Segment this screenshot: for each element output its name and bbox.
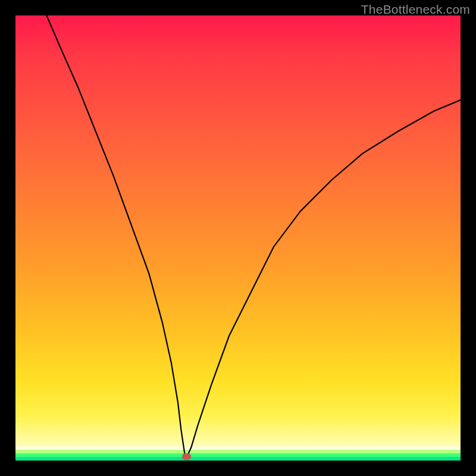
optimal-point-marker — [182, 453, 191, 460]
chart-frame: TheBottleneck.com — [0, 0, 476, 476]
watermark-text: TheBottleneck.com — [361, 2, 470, 17]
plot-area — [15, 15, 461, 461]
bottleneck-curve — [15, 15, 461, 461]
